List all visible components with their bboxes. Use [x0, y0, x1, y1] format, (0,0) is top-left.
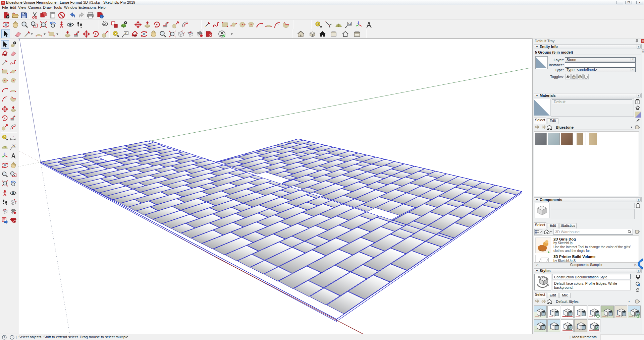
svg-text:?: ? — [3, 336, 5, 339]
svg-text:i: i — [12, 336, 12, 339]
